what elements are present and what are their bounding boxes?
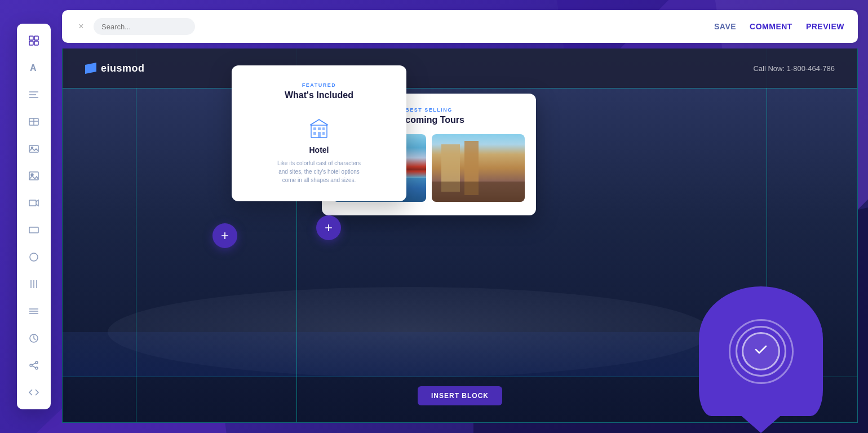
success-badge bbox=[699, 286, 823, 416]
hotel-description: Like its colorful cast of characters and… bbox=[274, 159, 364, 184]
search-input[interactable] bbox=[94, 18, 195, 35]
check-rings bbox=[727, 317, 795, 385]
svg-rect-36 bbox=[322, 132, 325, 135]
toolbar: × SAVE COMMENT PREVIEW bbox=[62, 10, 858, 43]
svg-rect-35 bbox=[318, 132, 321, 138]
insert-block-button[interactable]: INSERT BLOCK bbox=[418, 386, 502, 405]
logo-icon bbox=[85, 63, 96, 74]
svg-rect-2 bbox=[29, 41, 33, 45]
table-icon[interactable] bbox=[26, 114, 42, 130]
svg-rect-32 bbox=[318, 127, 321, 130]
clock-icon[interactable] bbox=[26, 330, 42, 346]
toolbar-right: SAVE COMMENT PREVIEW bbox=[714, 22, 844, 31]
svg-rect-0 bbox=[29, 36, 33, 40]
add-block-button-2[interactable]: + bbox=[316, 215, 341, 240]
close-button[interactable]: × bbox=[76, 21, 87, 32]
text-icon[interactable]: A bbox=[26, 60, 42, 76]
svg-line-28 bbox=[32, 366, 36, 368]
grid-line-v1 bbox=[136, 48, 136, 422]
whats-included-title: What's Included bbox=[245, 90, 393, 100]
svg-rect-11 bbox=[29, 145, 38, 152]
layout-icon[interactable] bbox=[26, 33, 42, 48]
circle-icon[interactable] bbox=[26, 249, 42, 265]
card-whats-included: FEATURED What's Included H bbox=[232, 65, 406, 201]
svg-point-25 bbox=[36, 361, 38, 364]
grid-line-h1 bbox=[63, 88, 857, 89]
hotel-name: Hotel bbox=[309, 145, 329, 154]
canvas-logo: eiusmod bbox=[85, 63, 145, 74]
svg-rect-34 bbox=[313, 132, 316, 135]
rectangle-icon[interactable] bbox=[26, 222, 42, 238]
hotel-icon bbox=[308, 117, 330, 140]
svg-line-29 bbox=[32, 363, 36, 365]
hotel-section: Hotel Like its colorful cast of characte… bbox=[245, 112, 393, 184]
svg-point-27 bbox=[36, 367, 38, 369]
preview-button[interactable]: PREVIEW bbox=[806, 22, 844, 31]
align-icon[interactable] bbox=[26, 87, 42, 103]
video-icon[interactable] bbox=[26, 195, 42, 211]
media-icon[interactable] bbox=[26, 141, 42, 157]
check-mark-icon bbox=[753, 342, 769, 361]
city-street bbox=[432, 182, 525, 202]
svg-rect-33 bbox=[322, 127, 325, 130]
svg-rect-1 bbox=[34, 36, 38, 40]
svg-rect-15 bbox=[29, 200, 36, 206]
toolbar-left: × bbox=[76, 18, 195, 35]
save-button[interactable]: SAVE bbox=[714, 22, 736, 31]
tour-image-city bbox=[432, 134, 525, 202]
svg-text:A: A bbox=[30, 63, 37, 73]
rows-icon[interactable] bbox=[26, 303, 42, 319]
svg-point-26 bbox=[30, 364, 32, 366]
share-icon[interactable] bbox=[26, 357, 42, 373]
svg-point-17 bbox=[30, 253, 38, 261]
svg-rect-16 bbox=[29, 227, 38, 233]
columns-icon[interactable] bbox=[26, 276, 42, 292]
svg-rect-31 bbox=[313, 127, 316, 130]
logo-text: eiusmod bbox=[101, 63, 145, 74]
featured-label: FEATURED bbox=[245, 82, 393, 88]
water-overlay bbox=[63, 332, 711, 377]
badge-shape bbox=[699, 286, 823, 416]
add-block-button-1[interactable]: + bbox=[212, 223, 237, 248]
comment-button[interactable]: COMMENT bbox=[750, 22, 792, 31]
sidebar: A bbox=[17, 24, 51, 409]
code-icon[interactable] bbox=[26, 385, 42, 400]
svg-rect-3 bbox=[34, 41, 38, 45]
canvas-header: eiusmod Call Now: 1-800-464-786 bbox=[63, 48, 857, 88]
canvas-phone: Call Now: 1-800-464-786 bbox=[753, 64, 835, 73]
svg-rect-13 bbox=[29, 172, 38, 180]
image-icon[interactable] bbox=[26, 168, 42, 184]
